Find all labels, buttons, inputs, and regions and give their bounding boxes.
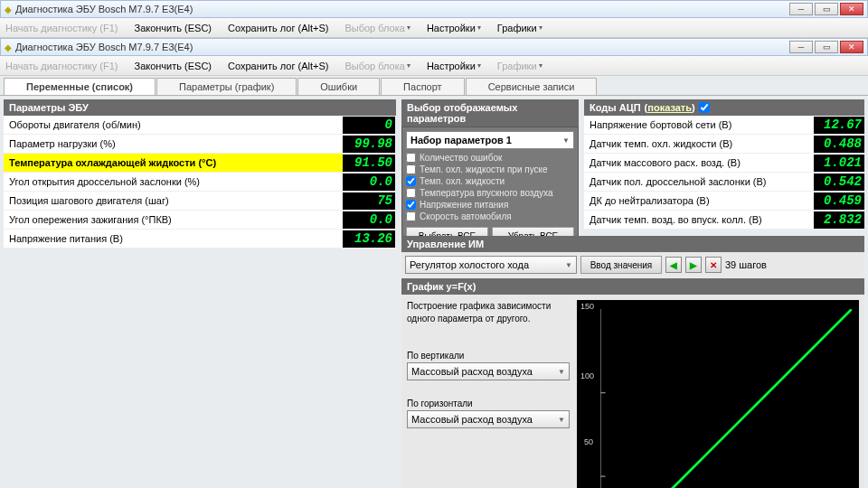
graph-desc: Построение графика зависимости одного па… — [407, 300, 570, 325]
maximize-button-inner[interactable]: ▭ — [815, 41, 838, 53]
checkbox[interactable] — [406, 153, 416, 163]
im-next-button[interactable]: ▶ — [685, 257, 702, 273]
check-label: Темп. охл. жидкости при пуске — [420, 164, 548, 174]
display-params-box: Набор параметров 1 ▼ Количество ошибокТе… — [401, 127, 579, 249]
param-check-item[interactable]: Температура впускного воздуха — [406, 188, 574, 198]
tab-parameters-chart[interactable]: Параметры (график) — [156, 78, 297, 95]
chevron-down-icon: ▼ — [562, 136, 570, 145]
window-titlebar-inner: ◆ Диагностика ЭБУ Bosch M7.9.7 E3(E4) ─ … — [0, 38, 868, 56]
maximize-button[interactable]: ▭ — [815, 3, 838, 15]
ecu-row-label: Угол опережения зажигания (°ПКВ) — [4, 211, 343, 229]
ecu-row[interactable]: Напряжение питания (В)13.26 — [4, 230, 396, 249]
y-tick-100: 100 — [580, 371, 594, 380]
ecu-row[interactable]: Параметр нагрузки (%)99.98 — [4, 135, 396, 154]
tab-passport[interactable]: Паспорт — [381, 78, 465, 95]
im-enter-button[interactable]: Ввод значения — [580, 256, 662, 274]
param-checklist: Количество ошибокТемп. охл. жидкости при… — [406, 153, 574, 221]
window-title-inner: Диагностика ЭБУ Bosch M7.9.7 E3(E4) — [15, 42, 193, 52]
adc-row: Датчик темп. охл. жидкости (В)0.488 — [584, 135, 864, 154]
ecu-row-value: 99.98 — [343, 136, 395, 153]
ecu-row-value: 0 — [343, 117, 395, 134]
adc-row-value: 0.459 — [814, 192, 864, 210]
im-row: Регулятор холостого хода ▼ Ввод значения… — [401, 252, 864, 277]
ecu-row-label: Обороты двигателя (об/мин) — [4, 116, 343, 134]
menu-finish-inner[interactable]: Закончить (ESC) — [134, 61, 212, 71]
menu-charts[interactable]: Графики▾ — [497, 23, 542, 33]
check-label: Количество ошибок — [420, 153, 502, 163]
menu-savelog-inner[interactable]: Сохранить лог (Alt+S) — [228, 61, 328, 71]
ecu-row-value: 0.0 — [343, 174, 395, 191]
adc-row: Датчик пол. дроссельной заслонки (В)0.54… — [584, 173, 864, 192]
y-tick-150: 150 — [580, 302, 594, 311]
ecu-row[interactable]: Позиция шагового двигателя (шаг)75 — [4, 192, 396, 211]
app-icon: ◆ — [5, 5, 12, 14]
im-select-value: Регулятор холостого хода — [410, 259, 529, 270]
check-label: Температура впускного воздуха — [420, 188, 553, 198]
param-check-item[interactable]: Темп. охл. жидкости — [406, 176, 574, 186]
adc-row-label: Датчик темп. возд. во впуск. колл. (В) — [584, 214, 814, 225]
param-set-dropdown[interactable]: Набор параметров 1 ▼ — [406, 131, 574, 149]
adc-row: ДК до нейтрализатора (В)0.459 — [584, 192, 864, 211]
param-check-item[interactable]: Темп. охл. жидкости при пуске — [406, 164, 574, 174]
svg-line-0 — [600, 309, 852, 488]
minimize-button[interactable]: ─ — [789, 3, 813, 15]
graph-horiz-value: Массовый расход воздуха — [411, 414, 533, 425]
chevron-down-icon: ▼ — [558, 368, 565, 376]
adc-list: Напряжение бортовой сети (В)12.67Датчик … — [584, 116, 864, 230]
adc-row-label: Датчик темп. охл. жидкости (В) — [584, 138, 814, 149]
im-select[interactable]: Регулятор холостого хода ▼ — [405, 256, 577, 274]
menu-settings-inner[interactable]: Настройки▾ — [427, 61, 481, 71]
ecu-row-label: Параметр нагрузки (%) — [4, 135, 343, 153]
adc-row-value: 0.542 — [814, 174, 864, 191]
im-header: Управление ИМ — [401, 236, 864, 252]
checkbox[interactable] — [406, 211, 416, 221]
ecu-row[interactable]: Обороты двигателя (об/мин)0 — [4, 116, 396, 135]
adc-row-value: 12.67 — [814, 117, 864, 134]
graph-horiz-select[interactable]: Массовый расход воздуха ▼ — [407, 410, 570, 428]
ecu-row[interactable]: Угол опережения зажигания (°ПКВ)0.0 — [4, 211, 396, 230]
tab-errors[interactable]: Ошибки — [297, 78, 380, 95]
im-prev-button[interactable]: ◀ — [665, 257, 682, 273]
adc-title: Коды АЦП — [590, 102, 641, 113]
minimize-button-inner[interactable]: ─ — [789, 41, 813, 53]
menu-savelog[interactable]: Сохранить лог (Alt+S) — [228, 23, 328, 33]
tab-service[interactable]: Сервисные записи — [466, 78, 598, 95]
menubar-inner: Начать диагностику (F1) Закончить (ESC) … — [0, 56, 868, 76]
adc-row-label: Напряжение бортовой сети (В) — [584, 119, 814, 130]
checkbox[interactable] — [406, 188, 416, 198]
menu-settings[interactable]: Настройки▾ — [427, 23, 481, 33]
param-check-item[interactable]: Напряжение питания — [406, 200, 574, 210]
app-icon-inner: ◆ — [5, 42, 12, 52]
ecu-row-value: 91.50 — [343, 155, 395, 172]
graph-vert-value: Массовый расход воздуха — [411, 366, 533, 377]
ecu-row-value: 75 — [343, 192, 395, 210]
ecu-row-value: 13.26 — [343, 230, 395, 248]
graph-panel: Построение графика зависимости одного па… — [401, 295, 864, 488]
close-button[interactable]: ✕ — [840, 3, 863, 15]
menu-charts-inner: Графики▾ — [497, 61, 542, 71]
adc-show-link[interactable]: показать — [647, 102, 692, 113]
ecu-row[interactable]: Температура охлаждающей жидкости (°C)91.… — [4, 154, 396, 173]
close-button-inner[interactable]: ✕ — [840, 41, 863, 53]
checkbox[interactable] — [406, 176, 416, 186]
checkbox[interactable] — [406, 164, 416, 174]
check-label: Скорость автомобиля — [420, 211, 512, 221]
adc-row: Напряжение бортовой сети (В)12.67 — [584, 116, 864, 135]
menu-finish[interactable]: Закончить (ESC) — [134, 23, 212, 33]
param-check-item[interactable]: Количество ошибок — [406, 153, 574, 163]
menu-block: Выбор блока▾ — [344, 23, 410, 33]
checkbox[interactable] — [406, 200, 416, 210]
adc-checkbox[interactable] — [699, 102, 710, 113]
ecu-row[interactable]: Угол открытия дроссельной заслонки (%)0.… — [4, 173, 396, 192]
tab-variables-list[interactable]: Переменные (список) — [4, 78, 156, 95]
param-check-item[interactable]: Скорость автомобиля — [406, 211, 574, 221]
menu-start-inner: Начать диагностику (F1) — [5, 61, 118, 71]
y-tick-50: 50 — [584, 437, 593, 446]
graph-vert-select[interactable]: Массовый расход воздуха ▼ — [407, 362, 570, 380]
check-label: Напряжение питания — [420, 200, 508, 210]
adc-row-value: 2.832 — [814, 211, 864, 229]
ecu-row-value: 0.0 — [343, 211, 395, 229]
im-cancel-button[interactable]: ✕ — [705, 257, 722, 273]
adc-row: Датчик темп. возд. во впуск. колл. (В)2.… — [584, 211, 864, 230]
adc-row: Датчик массового расх. возд. (В)1.021 — [584, 154, 864, 173]
